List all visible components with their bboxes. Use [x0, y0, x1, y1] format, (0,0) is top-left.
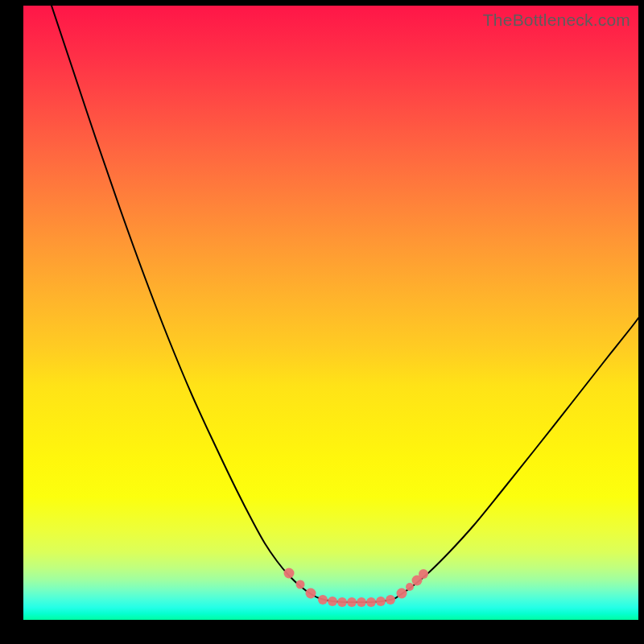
- data-marker: [419, 569, 428, 579]
- plot-area: TheBottleneck.com: [23, 6, 638, 620]
- data-marker: [386, 595, 395, 605]
- bottleneck-curve: [52, 6, 638, 602]
- data-marker: [347, 597, 357, 607]
- data-marker: [306, 588, 316, 599]
- data-marker: [357, 597, 366, 607]
- data-marker: [406, 583, 414, 591]
- curve-svg: [23, 6, 638, 620]
- data-marker: [328, 597, 337, 606]
- chart-frame: TheBottleneck.com: [0, 0, 644, 644]
- data-marker: [397, 588, 407, 599]
- data-marker: [318, 595, 328, 605]
- data-marker: [337, 597, 347, 607]
- data-marker: [296, 580, 305, 589]
- data-marker: [376, 597, 386, 606]
- data-marker: [284, 568, 295, 579]
- data-marker: [366, 597, 376, 607]
